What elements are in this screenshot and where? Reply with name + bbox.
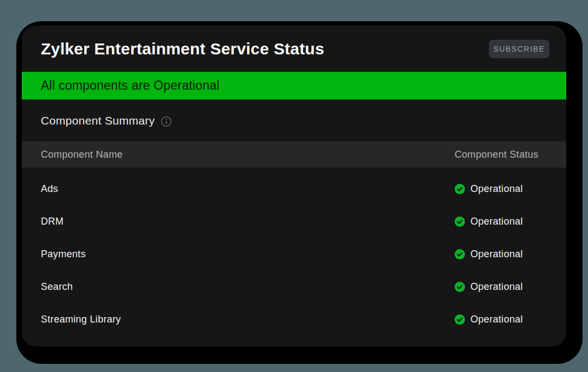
check-circle-icon (455, 314, 465, 325)
status-card: Zylker Entertainment Service Status SUBS… (22, 26, 566, 346)
component-status-label: Operational (470, 249, 523, 260)
table-header-row: Component Name Component Status (22, 141, 566, 168)
component-status: Operational (455, 314, 550, 325)
table-row: Search Operational (41, 270, 550, 303)
component-status: Operational (455, 249, 550, 260)
subscribe-button[interactable]: SUBSCRIBE (489, 40, 549, 58)
component-status: Operational (455, 216, 550, 227)
component-status-label: Operational (470, 216, 523, 227)
overall-status-banner: All components are Operational (22, 72, 566, 100)
check-circle-icon (455, 282, 465, 292)
component-name: Streaming Library (41, 314, 455, 325)
page-background: { "header": { "title": "Zylker Entertain… (0, 0, 588, 372)
page-title: Zylker Entertainment Service Status (41, 40, 324, 58)
component-name: Search (41, 281, 455, 293)
overall-status-text: All components are Operational (41, 78, 219, 93)
component-status-label: Operational (470, 183, 523, 195)
component-status: Operational (455, 281, 550, 293)
card-header: Zylker Entertainment Service Status SUBS… (22, 26, 566, 72)
column-header-component-name: Component Name (41, 149, 455, 160)
table-row: DRM Operational (41, 205, 550, 238)
component-summary-title: Component Summary (41, 114, 155, 127)
table-row: Streaming Library Operational (41, 303, 550, 336)
component-name: Payments (41, 249, 455, 260)
component-rows: Ads Operational DRM Operational Paymen (22, 168, 566, 346)
component-name: DRM (41, 216, 455, 227)
component-name: Ads (41, 183, 455, 195)
table-row: Ads Operational (41, 172, 550, 205)
info-circle-icon[interactable] (161, 116, 171, 127)
column-header-component-status: Component Status (455, 149, 550, 160)
table-row: Payments Operational (41, 238, 550, 270)
component-status-label: Operational (470, 281, 523, 293)
check-circle-icon (455, 216, 465, 227)
check-circle-icon (455, 184, 465, 194)
component-summary-section: Component Summary (22, 100, 566, 141)
component-status: Operational (455, 183, 550, 195)
check-circle-icon (455, 249, 465, 259)
component-status-label: Operational (470, 314, 523, 325)
